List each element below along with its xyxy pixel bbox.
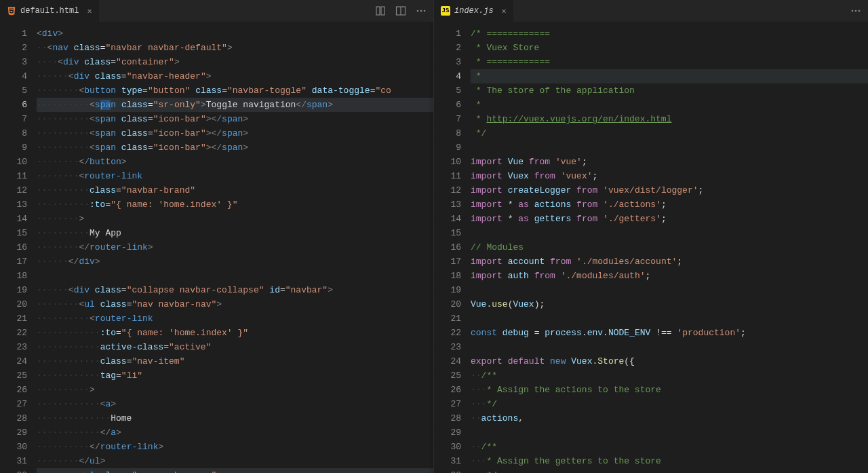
code-line[interactable]: * (471, 69, 868, 83)
line-number: 12 (0, 183, 27, 197)
line-number: 9 (0, 140, 27, 155)
code-line[interactable]: ············tag="li" (37, 368, 433, 383)
code-line[interactable] (471, 283, 868, 297)
line-gutter: 1234567891011121314151617181920212223242… (0, 22, 37, 473)
line-number: 26 (434, 383, 461, 397)
line-number: 5 (434, 83, 461, 98)
code-line[interactable]: ············</a> (37, 425, 433, 440)
code-line[interactable]: ··········class="navbar-brand" (37, 183, 433, 197)
minimap-shadow (428, 22, 433, 473)
line-number: 27 (434, 397, 461, 411)
code-line[interactable]: ········</router-link> (37, 240, 433, 254)
code-content[interactable]: <div>··<nav class="navbar navbar-default… (37, 22, 433, 473)
code-line[interactable]: ···* Assign the getters to the store (471, 454, 868, 468)
tab-bar-left: default.html ✕ (0, 0, 433, 22)
code-line[interactable]: ··/** (471, 440, 868, 454)
code-area-left[interactable]: 1234567891011121314151617181920212223242… (0, 22, 433, 473)
more-actions-icon[interactable] (416, 5, 427, 16)
code-line[interactable]: ··········<span class="sr-only">Toggle n… (37, 98, 433, 112)
code-line[interactable] (471, 311, 868, 326)
code-line[interactable]: ············active-class="active" (37, 340, 433, 354)
close-icon[interactable]: ✕ (87, 6, 92, 16)
code-line[interactable]: ········<ul class="nav navbar-nav"> (37, 468, 433, 473)
code-line[interactable]: ······</div> (37, 254, 433, 269)
compare-changes-icon[interactable] (375, 5, 386, 16)
line-number: 20 (0, 297, 27, 311)
code-line[interactable]: ··actions, (471, 411, 868, 425)
code-line[interactable]: */ (471, 126, 868, 140)
code-line[interactable]: ··<nav class="navbar navbar-default"> (37, 41, 433, 55)
line-number: 2 (434, 41, 461, 55)
line-number: 15 (434, 226, 461, 240)
code-line[interactable]: ········</button> (37, 155, 433, 169)
line-number: 20 (434, 297, 461, 311)
code-line[interactable]: * (471, 98, 868, 112)
editor-pane-right: JS index.js ✕ 12345678910111213141516171… (434, 0, 868, 473)
code-line[interactable]: Vue.use(Vuex); (471, 297, 868, 311)
code-area-right[interactable]: 1234567891011121314151617181920212223242… (434, 22, 868, 473)
code-line[interactable]: ··········My App (37, 226, 433, 240)
code-line[interactable]: ········<ul class="nav navbar-nav"> (37, 297, 433, 311)
code-line[interactable]: ········</ul> (37, 454, 433, 468)
code-line[interactable]: ······<div class="navbar-header"> (37, 69, 433, 83)
code-line[interactable]: ··············Home (37, 411, 433, 425)
line-number: 28 (0, 411, 27, 425)
line-number: 3 (0, 55, 27, 69)
code-line[interactable]: import auth from './modules/auth'; (471, 269, 868, 283)
code-line[interactable]: import account from './modules/account'; (471, 254, 868, 269)
code-line[interactable]: ········<button type="button" class="nav… (37, 83, 433, 98)
more-actions-icon[interactable] (850, 5, 861, 16)
line-number: 9 (434, 140, 461, 155)
svg-rect-1 (381, 7, 384, 15)
code-line[interactable]: import Vue from 'vue'; (471, 155, 868, 169)
code-line[interactable]: const debug = process.env.NODE_ENV !== '… (471, 326, 868, 340)
code-line[interactable]: * http://vuex.vuejs.org/en/index.html (471, 112, 868, 126)
line-number: 18 (434, 269, 461, 283)
code-line[interactable]: import Vuex from 'vuex'; (471, 169, 868, 183)
code-line[interactable]: /* ============ (471, 26, 868, 41)
line-number: 19 (0, 283, 27, 297)
code-line[interactable]: ··········<span class="icon-bar"></span> (37, 112, 433, 126)
tab-index-js[interactable]: JS index.js ✕ (434, 0, 513, 22)
code-line[interactable] (471, 140, 868, 155)
code-line[interactable]: import * as actions from './actions'; (471, 197, 868, 212)
code-line[interactable]: ········> (37, 212, 433, 226)
code-line[interactable]: ············class="nav-item" (37, 354, 433, 368)
code-line[interactable]: ······<div class="collapse navbar-collap… (37, 283, 433, 297)
code-line[interactable]: ···*/ (471, 397, 868, 411)
code-line[interactable] (471, 226, 868, 240)
tab-label: index.js (454, 6, 494, 16)
editor-split: default.html ✕ 1234567891011121314151617… (0, 0, 868, 473)
code-line[interactable]: <div> (37, 26, 433, 41)
code-line[interactable]: ············<a> (37, 397, 433, 411)
code-line[interactable]: ············:to="{ name: 'home.index' }" (37, 326, 433, 340)
code-line[interactable] (471, 340, 868, 354)
code-line[interactable]: // Modules (471, 240, 868, 254)
split-editor-icon[interactable] (395, 5, 406, 16)
code-line[interactable]: ··········<span class="icon-bar"></span> (37, 140, 433, 155)
code-line[interactable]: ··········:to="{ name: 'home.index' }" (37, 197, 433, 212)
code-line[interactable] (37, 269, 433, 283)
code-line[interactable]: ····<div class="container"> (37, 55, 433, 69)
code-line[interactable]: ···*/ (471, 468, 868, 473)
tab-default-html[interactable]: default.html ✕ (0, 0, 99, 22)
code-line[interactable]: ········<router-link (37, 169, 433, 183)
code-line[interactable] (471, 425, 868, 440)
code-line[interactable]: * ============ (471, 55, 868, 69)
code-line[interactable]: * The store of the application (471, 83, 868, 98)
close-icon[interactable]: ✕ (502, 6, 507, 16)
html-file-icon (7, 6, 16, 16)
code-line[interactable]: export default new Vuex.Store({ (471, 354, 868, 368)
code-line[interactable]: ··········</router-link> (37, 440, 433, 454)
code-line[interactable]: * Vuex Store (471, 41, 868, 55)
code-line[interactable]: ··/** (471, 368, 868, 383)
code-line[interactable]: ··········<router-link (37, 311, 433, 326)
code-line[interactable]: ··········> (37, 383, 433, 397)
code-line[interactable]: ··········<span class="icon-bar"></span> (37, 126, 433, 140)
line-number: 24 (434, 354, 461, 368)
code-line[interactable]: ···* Assign the actions to the store (471, 383, 868, 397)
line-number: 6 (0, 98, 27, 112)
code-line[interactable]: import createLogger from 'vuex/dist/logg… (471, 183, 868, 197)
code-line[interactable]: import * as getters from './getters'; (471, 212, 868, 226)
code-content[interactable]: /* ============ * Vuex Store * =========… (471, 22, 868, 473)
